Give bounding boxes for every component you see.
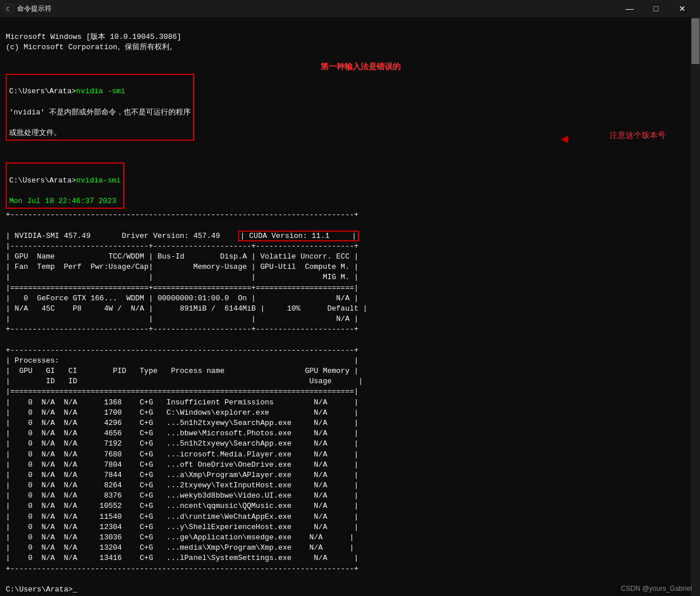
line-proc-8: | 0 N/A N/A 7844 C+G ...a\Xmp\Program\AP… [6, 471, 358, 479]
line-error1: 'nvidia' 不是内部或外部命令，也不是可运行的程序 [9, 108, 191, 117]
close-button[interactable]: ✕ [669, 0, 695, 17]
line-smi-eq: |===============================+=======… [6, 284, 358, 292]
cmd-icon: C [5, 4, 14, 13]
line-proc-7: | 0 N/A N/A 7804 C+G ...oft OneDrive\One… [6, 460, 358, 469]
line-error2: 或批处理文件。 [9, 129, 61, 137]
line-correct-cmd: C:\Users\Arata>nvidia-smi [9, 176, 121, 185]
maximize-button[interactable]: □ [643, 0, 669, 17]
window: C 命令提示符 — □ ✕ Microsoft Windows [版本 10.0… [0, 0, 700, 596]
error-box: C:\Users\Arata>nvidia -smi 'nvidia' 不是内部… [6, 74, 194, 141]
scrollbar[interactable] [691, 17, 700, 596]
svg-text:C: C [6, 6, 10, 13]
scrollbar-thumb[interactable] [691, 18, 699, 64]
line-proc-col1: | GPU GI CI PID Type Process name GPU Me… [6, 367, 358, 375]
line-proc-4: | 0 N/A N/A 4656 C+G ...bbwe\Microsoft.P… [6, 429, 358, 438]
line-gpu-row3: | | | N/A | [6, 315, 358, 323]
line-proc-col2: | ID ID Usage | [6, 377, 363, 386]
line-smi-bottom: +-------------------------------+-------… [6, 325, 358, 333]
line-smi-col1: | GPU Name TCC/WDDM | Bus-Id Disp.A | Vo… [6, 252, 358, 261]
line-proc-5: | 0 N/A N/A 7192 C+G ...5n1h2txyewy\Sear… [6, 439, 358, 448]
line-prompt-end: C:\Users\Arata>_ [6, 585, 77, 594]
title-bar: C 命令提示符 — □ ✕ [0, 0, 700, 17]
line-proc-11: | 0 N/A N/A 10552 C+G ...ncent\qqmusic\Q… [6, 502, 358, 510]
line-smi-col3: | | | MIG M. | [6, 273, 358, 281]
terminal-wrapper: Microsoft Windows [版本 10.0.19045.3086] (… [0, 17, 691, 596]
line-copyright: (c) Microsoft Corporation。保留所有权利。 [6, 43, 177, 51]
line-proc-2: | 0 N/A N/A 1700 C+G C:\Windows\explorer… [6, 408, 358, 417]
line-smi-top: +---------------------------------------… [6, 210, 358, 219]
line-proc-9: | 0 N/A N/A 8264 C+G ...2txyewy\TextInpu… [6, 481, 358, 490]
line-proc-bottom: +---------------------------------------… [6, 565, 358, 573]
line-blank4 [6, 575, 10, 583]
line-proc-12: | 0 N/A N/A 11540 C+G ...d\runtime\WeCha… [6, 512, 358, 521]
line-proc-14: | 0 N/A N/A 13036 C+G ...ge\Application\… [6, 533, 354, 542]
line-blank2 [6, 142, 10, 151]
terminal[interactable]: Microsoft Windows [版本 10.0.19045.3086] (… [0, 17, 691, 596]
line-proc-top: +---------------------------------------… [6, 346, 358, 355]
line-date: Mon Jul 10 22:46:37 2023 [9, 197, 116, 205]
line-windows-version: Microsoft Windows [版本 10.0.19045.3086] [6, 33, 181, 41]
line-proc-3: | 0 N/A N/A 4296 C+G ...5n1h2txyewy\Sear… [6, 419, 358, 427]
line-proc-1: | 0 N/A N/A 1368 C+G Insufficient Permis… [6, 398, 358, 407]
line-proc-10: | 0 N/A N/A 8376 C+G ...wekyb3d8bbwe\Vid… [6, 491, 358, 500]
line-blank3 [6, 335, 10, 344]
line-smi-sep1: |-------------------------------+-------… [6, 242, 358, 251]
line-proc-15: | 0 N/A N/A 13204 C+G ...media\Xmp\Progr… [6, 543, 354, 552]
minimize-button[interactable]: — [616, 0, 643, 17]
line-blank1 [6, 54, 10, 62]
title-controls: — □ ✕ [616, 0, 695, 17]
line-proc-header: | Processes: | [6, 356, 358, 365]
line-proc-16: | 0 N/A N/A 13416 C+G ...lPanel\SystemSe… [6, 554, 358, 562]
line-proc-6: | 0 N/A N/A 7680 C+G ...icrosoft.Media.P… [6, 450, 358, 459]
line-wrong-cmd: C:\Users\Arata>nvidia -smi [9, 87, 125, 96]
line-gpu-row2: | N/A 45C P8 4W / N/A | 891MiB / 6144MiB… [6, 304, 367, 313]
title-bar-left: C 命令提示符 [5, 4, 52, 14]
correct-cmd-box: C:\Users\Arata>nvidia-smi Mon Jul 10 22:… [6, 162, 124, 209]
content-wrapper: Microsoft Windows [版本 10.0.19045.3086] (… [0, 17, 700, 596]
window-title: 命令提示符 [17, 4, 52, 14]
line-gpu-row1: | 0 GeForce GTX 166... WDDM | 00000000:0… [6, 294, 358, 303]
line-smi-header: | NVIDIA-SMI 457.49 Driver Version: 457.… [6, 231, 359, 241]
line-smi-col2: | Fan Temp Perf Pwr:Usage/Cap| Memory-Us… [6, 263, 358, 271]
line-proc-eq: |=======================================… [6, 387, 358, 396]
line-proc-13: | 0 N/A N/A 12304 C+G ...y\ShellExperien… [6, 523, 358, 531]
